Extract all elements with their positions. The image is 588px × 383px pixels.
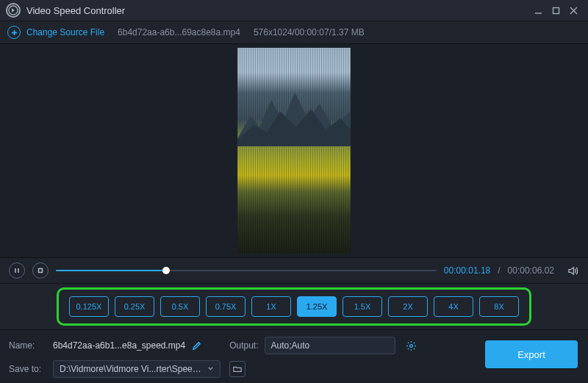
speed-button-0.5x[interactable]: 0.5X — [160, 296, 200, 317]
svg-rect-1 — [39, 269, 43, 273]
speed-button-2x[interactable]: 2X — [388, 296, 428, 317]
output-format-select[interactable]: Auto;Auto — [265, 337, 395, 354]
playback-controls: 00:00:01.18/00:00:06.02 — [0, 257, 588, 284]
chevron-down-icon — [207, 364, 214, 374]
time-total: 00:00:06.02 — [508, 265, 554, 276]
source-row: Change Source File 6b4d72aa-a6b...69ac8e… — [0, 21, 588, 44]
name-label: Name: — [9, 340, 47, 351]
svg-point-2 — [410, 344, 413, 347]
video-frame[interactable] — [237, 48, 351, 254]
speed-panel-area: 0.125X0.25X0.5X0.75X1X1.25X1.5X2X4X8X — [0, 284, 588, 330]
time-current: 00:00:01.18 — [444, 265, 490, 276]
svg-rect-0 — [553, 7, 559, 13]
change-source-label: Change Source File — [26, 27, 104, 37]
titlebar: Video Speed Controller — [0, 0, 588, 21]
saveto-label: Save to: — [9, 364, 47, 374]
volume-icon[interactable] — [566, 264, 579, 277]
output-settings-button[interactable] — [406, 340, 417, 351]
output-file-name: 6b4d72aa-a6b1...e8a_speed.mp4 — [53, 340, 185, 351]
output-label: Output: — [229, 340, 258, 351]
mountain-silhouette — [237, 85, 351, 146]
save-path-value: D:\Vidmore\Vidmore Vi...rter\Speed Contr… — [60, 364, 203, 374]
save-path-select[interactable]: D:\Vidmore\Vidmore Vi...rter\Speed Contr… — [53, 360, 220, 378]
speed-button-4x[interactable]: 4X — [434, 296, 473, 317]
maximize-button[interactable] — [547, 3, 564, 18]
speed-button-1x[interactable]: 1X — [251, 296, 291, 317]
source-file-name: 6b4d72aa-a6b...69ac8e8a.mp4 — [118, 27, 240, 37]
seek-thumb[interactable] — [162, 267, 170, 274]
app-icon — [6, 3, 21, 18]
speed-button-8x[interactable]: 8X — [479, 296, 519, 317]
speed-panel: 0.125X0.25X0.5X0.75X1X1.25X1.5X2X4X8X — [57, 287, 531, 326]
edit-name-button[interactable] — [191, 340, 201, 351]
speed-button-1.25x[interactable]: 1.25X — [297, 296, 337, 317]
pause-button[interactable] — [9, 262, 25, 279]
speed-button-0.125x[interactable]: 0.125X — [69, 296, 109, 317]
time-separator: / — [498, 265, 500, 276]
window-title: Video Speed Controller — [26, 5, 125, 16]
plus-circle-icon — [7, 26, 21, 39]
video-preview-area — [0, 44, 588, 257]
export-button[interactable]: Export — [485, 340, 578, 368]
stop-button[interactable] — [32, 262, 49, 279]
open-folder-button[interactable] — [229, 361, 245, 377]
speed-button-1.5x[interactable]: 1.5X — [343, 296, 382, 317]
source-file-meta: 576x1024/00:00:07/1.37 MB — [254, 27, 365, 37]
seek-fill — [56, 270, 166, 271]
export-label: Export — [517, 349, 545, 360]
speed-button-0.25x[interactable]: 0.25X — [115, 296, 154, 317]
change-source-button[interactable]: Change Source File — [7, 26, 104, 39]
output-format-value: Auto;Auto — [271, 340, 310, 351]
seek-bar[interactable] — [56, 265, 437, 276]
close-button[interactable] — [564, 3, 582, 18]
speed-button-0.75x[interactable]: 0.75X — [206, 296, 245, 317]
minimize-button[interactable] — [529, 3, 547, 18]
